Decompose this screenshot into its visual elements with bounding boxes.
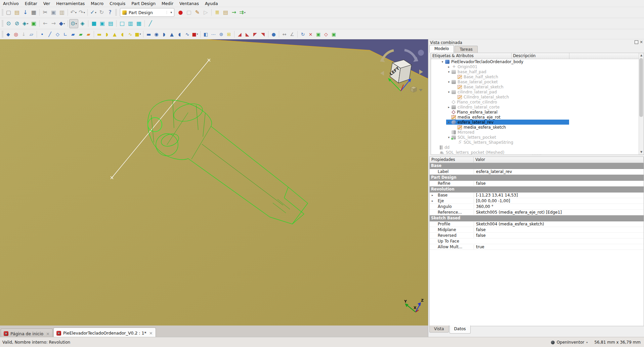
menu-item[interactable]: Croquis bbox=[106, 0, 128, 7]
open-file-button[interactable]: ▤ bbox=[13, 8, 21, 17]
local-coordinate-system-button[interactable]: ∟ bbox=[61, 30, 69, 38]
mirrored-button[interactable]: ◧ bbox=[202, 30, 210, 38]
chamfer-button[interactable]: ◣ bbox=[244, 30, 251, 38]
view-left-button[interactable]: ▦ bbox=[135, 19, 143, 28]
property-value[interactable]: true bbox=[474, 245, 644, 249]
3d-view[interactable]: LEFT bbox=[0, 39, 428, 326]
property-row[interactable]: ▸ Base [-11,23 13,41 14,53] bbox=[430, 192, 644, 198]
measure-angular-button[interactable]: ∠ bbox=[288, 30, 296, 38]
fillet-button[interactable]: ◢ bbox=[236, 30, 244, 38]
tree-item[interactable]: ▾ Base_lateral_pocket bbox=[446, 79, 644, 84]
expander-icon[interactable]: ▸ bbox=[430, 193, 436, 197]
home-view-button[interactable]: ◈ bbox=[78, 19, 87, 28]
property-column-header[interactable]: Propiedades bbox=[430, 157, 474, 163]
measure-linear-button[interactable]: ↔ bbox=[281, 30, 288, 38]
tree-column-header[interactable]: Etiquetas & Atributos bbox=[431, 53, 512, 59]
chevron-down-icon[interactable]: ▾ bbox=[167, 11, 172, 14]
property-row[interactable]: Label esfera_lateral_rev bbox=[430, 169, 644, 175]
close-panel-button[interactable]: × bbox=[640, 41, 643, 44]
tree-item[interactable]: ▾ SOL_letters_pocket bbox=[446, 135, 644, 140]
fit-selection-button[interactable]: ⊘ bbox=[13, 19, 21, 28]
boolean-operation-button[interactable]: ● bbox=[270, 30, 277, 38]
axonometric-view-button[interactable]: ◈ ▾ bbox=[21, 19, 30, 28]
paste-button[interactable]: ▥ bbox=[58, 8, 66, 17]
property-row[interactable]: Refine false bbox=[430, 181, 644, 186]
print-button[interactable]: ▦ bbox=[30, 8, 38, 17]
tree-item[interactable]: ▸ cilindro_lateral_corte bbox=[446, 104, 644, 110]
close-icon[interactable]: × bbox=[149, 331, 153, 335]
tree-item[interactable]: Base_lateral_sketch bbox=[452, 84, 644, 89]
float-panel-button[interactable] bbox=[635, 40, 638, 44]
macro-play-button[interactable]: ▷ bbox=[202, 8, 210, 17]
toggle-measurement-3d-button[interactable]: ▣ bbox=[314, 30, 322, 38]
property-value[interactable]: Sketch005 (media_esfera_eje_rot) [Edge1] bbox=[474, 210, 644, 215]
chevron-down-icon[interactable]: ▾ bbox=[76, 22, 77, 25]
property-view-tab[interactable]: Datos bbox=[449, 326, 471, 334]
expander-icon[interactable]: ▾ bbox=[446, 70, 452, 74]
subtractive-loft-button[interactable]: ▲ bbox=[168, 30, 176, 38]
panel-tab[interactable]: Modelo bbox=[429, 45, 454, 53]
chevron-down-icon[interactable]: ▾ bbox=[586, 341, 588, 344]
chevron-down-icon[interactable]: ▾ bbox=[140, 33, 141, 36]
group-button[interactable]: ▤ bbox=[221, 8, 230, 17]
save-file-button[interactable]: ↓ bbox=[21, 8, 30, 17]
tree-item[interactable]: Cilindro_lateral_sketch bbox=[452, 94, 644, 99]
make-sub-link-button[interactable]: ⇉ ▾ bbox=[238, 8, 247, 17]
expander-icon[interactable]: ▾ bbox=[446, 80, 452, 84]
additive-loft-button[interactable]: ▲ bbox=[111, 30, 119, 38]
tree-item[interactable]: Base_half_sketch bbox=[452, 74, 644, 79]
view-right-button[interactable]: ▤ bbox=[106, 19, 115, 28]
property-value[interactable]: 360,00 ° bbox=[474, 204, 644, 209]
property-view-tab[interactable]: Vista bbox=[429, 326, 449, 333]
chevron-down-icon[interactable]: ▾ bbox=[27, 22, 28, 25]
additive-pipe-button[interactable]: ◖ bbox=[119, 30, 126, 38]
expander-icon[interactable]: ▾ bbox=[446, 90, 452, 94]
subtractive-primitive-button[interactable]: ■ ▾ bbox=[191, 30, 199, 38]
toggle-measurement-text-button[interactable]: ▣ bbox=[330, 30, 338, 38]
menu-item[interactable]: Medir bbox=[159, 0, 176, 7]
pad-button[interactable]: ▬ bbox=[95, 30, 103, 38]
workbench-selector[interactable]: Part Design ▾ bbox=[120, 8, 174, 17]
macro-record-button[interactable]: ● bbox=[176, 8, 185, 17]
whats-this-button[interactable]: ? bbox=[106, 8, 114, 17]
tree-item[interactable]: ▾ base_half_pad bbox=[446, 69, 644, 74]
property-value[interactable]: false bbox=[474, 227, 644, 232]
panel-splitter[interactable]: ······ bbox=[431, 154, 643, 157]
property-value[interactable]: [-11,23 13,41 14,53] bbox=[474, 193, 644, 198]
measure-distance-button[interactable]: ╱ bbox=[146, 19, 155, 28]
tree-item[interactable]: SOL_letters_ShapeString bbox=[452, 140, 644, 145]
property-column-header[interactable]: Valor bbox=[474, 157, 644, 163]
leave-sketch-button[interactable]: ↓ bbox=[20, 30, 28, 38]
create-sketch-button[interactable]: ◎ bbox=[12, 30, 20, 38]
cut-button[interactable]: ✂ bbox=[41, 8, 49, 17]
chevron-down-icon[interactable]: ▾ bbox=[95, 11, 96, 14]
chevron-down-icon[interactable]: ▾ bbox=[75, 11, 77, 14]
sync-view-button[interactable]: ⊙ ▾ bbox=[69, 19, 78, 28]
undo-button[interactable]: ↶ ▾ bbox=[69, 8, 78, 17]
datum-line-button[interactable]: ╱ bbox=[46, 30, 54, 38]
validate-document-button[interactable]: ✓ ▾ bbox=[89, 8, 97, 17]
close-icon[interactable]: × bbox=[46, 332, 50, 336]
nav-back-button[interactable]: ← bbox=[41, 19, 49, 28]
property-value[interactable]: esfera_lateral_rev bbox=[474, 169, 644, 174]
additive-helix-button[interactable]: ∿ bbox=[126, 30, 134, 38]
property-row[interactable]: Profile Sketch004 (media_esfera_sketch) bbox=[430, 221, 644, 227]
property-value[interactable]: false bbox=[474, 233, 644, 238]
thickness-button[interactable]: ◥ bbox=[259, 30, 267, 38]
expander-icon[interactable]: ▸ bbox=[446, 105, 452, 109]
subtractive-helix-button[interactable]: ∿ bbox=[183, 30, 191, 38]
chevron-down-icon[interactable]: ▾ bbox=[197, 33, 198, 36]
tree-item[interactable]: ▸ Origin001 bbox=[446, 64, 644, 69]
scrollbar-thumb[interactable] bbox=[639, 58, 643, 117]
viewport-3d[interactable]: LEFT bbox=[0, 39, 428, 326]
pocket-button[interactable]: ▬ bbox=[145, 30, 153, 38]
linear-pattern-button[interactable]: ⋯ bbox=[210, 30, 217, 38]
menu-item[interactable]: Macro bbox=[88, 0, 106, 7]
macro-edit-button[interactable]: ✎ bbox=[193, 8, 202, 17]
datum-point-button[interactable]: • bbox=[38, 30, 46, 38]
tree-column-header[interactable]: Descripción bbox=[512, 53, 569, 59]
tree-scrollbar[interactable]: ▲ ▼ bbox=[639, 53, 644, 155]
tree-item[interactable]: dd bbox=[440, 145, 644, 150]
menu-item[interactable]: Archivo bbox=[0, 0, 22, 7]
draft-button[interactable]: ◤ bbox=[251, 30, 259, 38]
